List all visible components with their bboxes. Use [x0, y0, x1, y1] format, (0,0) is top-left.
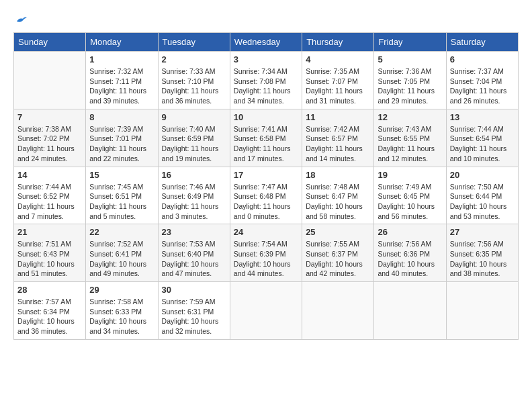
day-number: 22: [89, 227, 154, 237]
day-number: 10: [234, 112, 298, 122]
calendar-day-cell: 29Sunrise: 7:58 AMSunset: 6:33 PMDayligh…: [86, 282, 158, 340]
day-number: 26: [378, 227, 442, 237]
calendar-day-cell: 5Sunrise: 7:36 AMSunset: 7:05 PMDaylight…: [374, 52, 446, 109]
calendar-day-cell: 9Sunrise: 7:40 AMSunset: 6:59 PMDaylight…: [158, 109, 230, 167]
day-number: 4: [306, 54, 370, 64]
calendar-day-cell: 1Sunrise: 7:32 AMSunset: 7:11 PMDaylight…: [86, 52, 158, 109]
calendar-day-cell: [446, 282, 518, 340]
weekday-header-sunday: Sunday: [14, 33, 86, 52]
day-number: 1: [89, 54, 154, 64]
calendar-day-cell: 18Sunrise: 7:48 AMSunset: 6:47 PMDayligh…: [302, 167, 374, 224]
calendar-week-row: 1Sunrise: 7:32 AMSunset: 7:11 PMDaylight…: [14, 52, 519, 109]
day-info: Sunrise: 7:38 AMSunset: 7:02 PMDaylight:…: [17, 124, 82, 164]
calendar-day-cell: 11Sunrise: 7:42 AMSunset: 6:57 PMDayligh…: [302, 109, 374, 167]
day-info: Sunrise: 7:58 AMSunset: 6:33 PMDaylight:…: [89, 297, 154, 336]
day-number: 27: [450, 227, 515, 237]
calendar-day-cell: 20Sunrise: 7:50 AMSunset: 6:44 PMDayligh…: [446, 167, 518, 224]
day-info: Sunrise: 7:44 AMSunset: 6:54 PMDaylight:…: [450, 124, 515, 164]
day-info: Sunrise: 7:43 AMSunset: 6:55 PMDaylight:…: [378, 124, 442, 164]
calendar-day-cell: 21Sunrise: 7:51 AMSunset: 6:43 PMDayligh…: [14, 224, 86, 282]
day-info: Sunrise: 7:40 AMSunset: 6:59 PMDaylight:…: [162, 124, 226, 164]
calendar-day-cell: 22Sunrise: 7:52 AMSunset: 6:41 PMDayligh…: [86, 224, 158, 282]
logo: [13, 13, 27, 26]
day-info: Sunrise: 7:46 AMSunset: 6:49 PMDaylight:…: [162, 182, 226, 222]
calendar-table: SundayMondayTuesdayWednesdayThursdayFrid…: [13, 32, 519, 340]
calendar-day-cell: 12Sunrise: 7:43 AMSunset: 6:55 PMDayligh…: [374, 109, 446, 167]
day-number: 2: [162, 54, 226, 64]
calendar-week-row: 21Sunrise: 7:51 AMSunset: 6:43 PMDayligh…: [14, 224, 519, 282]
day-number: 3: [234, 54, 298, 64]
weekday-header-friday: Friday: [374, 33, 446, 52]
day-info: Sunrise: 7:51 AMSunset: 6:43 PMDaylight:…: [17, 239, 82, 279]
calendar-day-cell: 3Sunrise: 7:34 AMSunset: 7:08 PMDaylight…: [230, 52, 302, 109]
calendar-day-cell: 13Sunrise: 7:44 AMSunset: 6:54 PMDayligh…: [446, 109, 518, 167]
day-number: 30: [162, 285, 226, 295]
day-number: 15: [89, 170, 154, 180]
day-info: Sunrise: 7:41 AMSunset: 6:58 PMDaylight:…: [234, 124, 298, 164]
day-info: Sunrise: 7:37 AMSunset: 7:04 PMDaylight:…: [450, 66, 515, 106]
calendar-week-row: 28Sunrise: 7:57 AMSunset: 6:34 PMDayligh…: [14, 282, 519, 340]
day-number: 21: [17, 227, 82, 237]
calendar-day-cell: 24Sunrise: 7:54 AMSunset: 6:39 PMDayligh…: [230, 224, 302, 282]
day-number: 11: [306, 112, 370, 122]
day-info: Sunrise: 7:56 AMSunset: 6:36 PMDaylight:…: [378, 239, 442, 279]
calendar-day-cell: 26Sunrise: 7:56 AMSunset: 6:36 PMDayligh…: [374, 224, 446, 282]
calendar-day-cell: 27Sunrise: 7:56 AMSunset: 6:35 PMDayligh…: [446, 224, 518, 282]
day-number: 23: [162, 227, 226, 237]
calendar-day-cell: 17Sunrise: 7:47 AMSunset: 6:48 PMDayligh…: [230, 167, 302, 224]
day-number: 5: [378, 54, 442, 64]
day-info: Sunrise: 7:44 AMSunset: 6:52 PMDaylight:…: [17, 182, 82, 222]
day-info: Sunrise: 7:50 AMSunset: 6:44 PMDaylight:…: [450, 182, 515, 222]
calendar-day-cell: 30Sunrise: 7:59 AMSunset: 6:31 PMDayligh…: [158, 282, 230, 340]
day-info: Sunrise: 7:35 AMSunset: 7:07 PMDaylight:…: [306, 66, 370, 106]
calendar-week-row: 7Sunrise: 7:38 AMSunset: 7:02 PMDaylight…: [14, 109, 519, 167]
weekday-header-thursday: Thursday: [302, 33, 374, 52]
calendar-day-cell: 25Sunrise: 7:55 AMSunset: 6:37 PMDayligh…: [302, 224, 374, 282]
day-info: Sunrise: 7:42 AMSunset: 6:57 PMDaylight:…: [306, 124, 370, 164]
day-info: Sunrise: 7:55 AMSunset: 6:37 PMDaylight:…: [306, 239, 370, 279]
calendar-day-cell: [302, 282, 374, 340]
day-number: 20: [450, 170, 515, 180]
day-number: 28: [17, 285, 82, 295]
day-number: 9: [162, 112, 226, 122]
day-info: Sunrise: 7:39 AMSunset: 7:01 PMDaylight:…: [89, 124, 154, 164]
day-info: Sunrise: 7:56 AMSunset: 6:35 PMDaylight:…: [450, 239, 515, 279]
day-number: 16: [162, 170, 226, 180]
calendar-day-cell: 23Sunrise: 7:53 AMSunset: 6:40 PMDayligh…: [158, 224, 230, 282]
day-info: Sunrise: 7:59 AMSunset: 6:31 PMDaylight:…: [162, 297, 226, 336]
day-number: 29: [89, 285, 154, 295]
day-number: 13: [450, 112, 515, 122]
day-number: 6: [450, 54, 515, 64]
day-info: Sunrise: 7:33 AMSunset: 7:10 PMDaylight:…: [162, 66, 226, 106]
page-header: [13, 13, 519, 26]
day-number: 14: [17, 170, 82, 180]
day-number: 18: [306, 170, 370, 180]
weekday-header-wednesday: Wednesday: [230, 33, 302, 52]
day-info: Sunrise: 7:48 AMSunset: 6:47 PMDaylight:…: [306, 182, 370, 222]
day-number: 19: [378, 170, 442, 180]
day-info: Sunrise: 7:32 AMSunset: 7:11 PMDaylight:…: [89, 66, 154, 106]
calendar-day-cell: 4Sunrise: 7:35 AMSunset: 7:07 PMDaylight…: [302, 52, 374, 109]
logo-bird-icon: [15, 13, 27, 26]
calendar-day-cell: 6Sunrise: 7:37 AMSunset: 7:04 PMDaylight…: [446, 52, 518, 109]
calendar-day-cell: 16Sunrise: 7:46 AMSunset: 6:49 PMDayligh…: [158, 167, 230, 224]
calendar-day-cell: 2Sunrise: 7:33 AMSunset: 7:10 PMDaylight…: [158, 52, 230, 109]
day-info: Sunrise: 7:36 AMSunset: 7:05 PMDaylight:…: [378, 66, 442, 106]
day-number: 24: [234, 227, 298, 237]
weekday-header-row: SundayMondayTuesdayWednesdayThursdayFrid…: [14, 33, 519, 52]
day-info: Sunrise: 7:54 AMSunset: 6:39 PMDaylight:…: [234, 239, 298, 279]
calendar-day-cell: 28Sunrise: 7:57 AMSunset: 6:34 PMDayligh…: [14, 282, 86, 340]
weekday-header-monday: Monday: [86, 33, 158, 52]
calendar-day-cell: 10Sunrise: 7:41 AMSunset: 6:58 PMDayligh…: [230, 109, 302, 167]
day-number: 7: [17, 112, 82, 122]
calendar-day-cell: [374, 282, 446, 340]
weekday-header-saturday: Saturday: [446, 33, 518, 52]
calendar-day-cell: 8Sunrise: 7:39 AMSunset: 7:01 PMDaylight…: [86, 109, 158, 167]
day-info: Sunrise: 7:45 AMSunset: 6:51 PMDaylight:…: [89, 182, 154, 222]
day-info: Sunrise: 7:57 AMSunset: 6:34 PMDaylight:…: [17, 297, 82, 336]
day-number: 8: [89, 112, 154, 122]
day-info: Sunrise: 7:52 AMSunset: 6:41 PMDaylight:…: [89, 239, 154, 279]
calendar-day-cell: [14, 52, 86, 109]
day-number: 25: [306, 227, 370, 237]
day-info: Sunrise: 7:53 AMSunset: 6:40 PMDaylight:…: [162, 239, 226, 279]
